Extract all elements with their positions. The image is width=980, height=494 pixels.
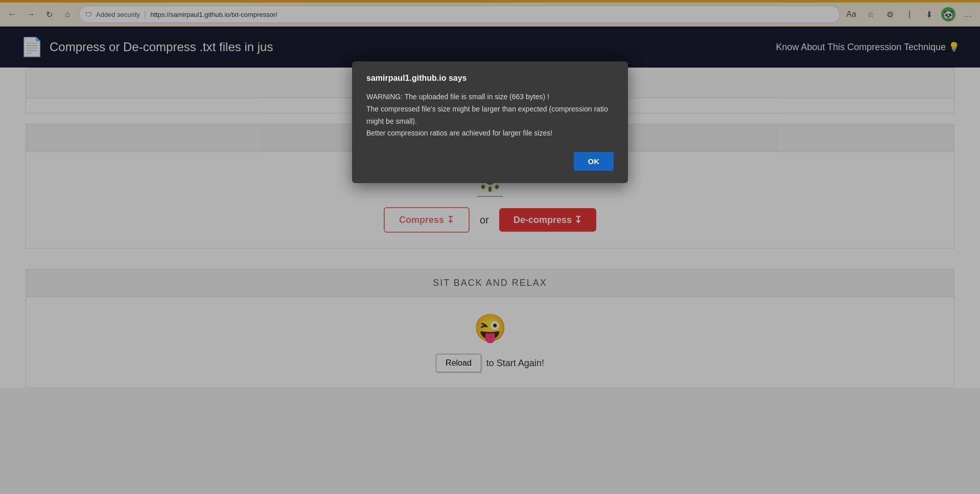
- dialog-line2: The compressed file's size might be larg…: [366, 105, 608, 125]
- dialog-line3: Better compression ratios are achieved f…: [366, 129, 552, 137]
- dialog-message: WARNING: The uploaded file is small in s…: [366, 91, 614, 140]
- dialog-ok-button[interactable]: OK: [574, 152, 614, 171]
- dialog-overlay: samirpaul1.github.io says WARNING: The u…: [0, 0, 980, 494]
- dialog-box: samirpaul1.github.io says WARNING: The u…: [352, 61, 628, 183]
- dialog-title: samirpaul1.github.io says: [366, 74, 614, 83]
- dialog-line1: WARNING: The uploaded file is small in s…: [366, 93, 549, 101]
- dialog-footer: OK: [366, 152, 614, 171]
